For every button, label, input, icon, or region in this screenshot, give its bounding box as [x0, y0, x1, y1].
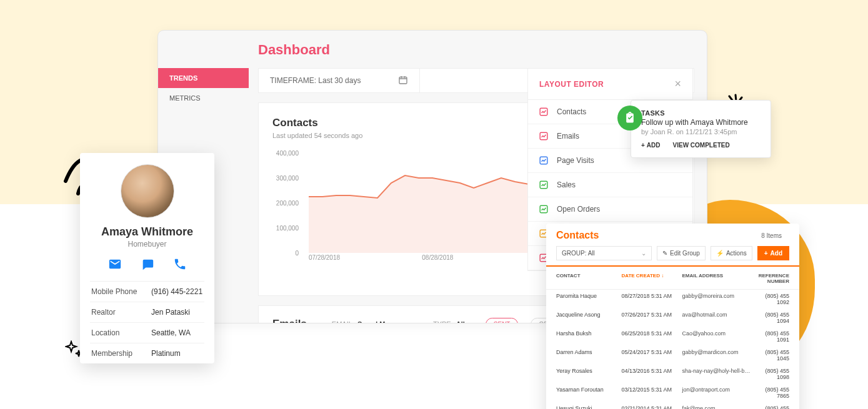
table-row[interactable]: Darren Adams05/24/2017 5:31 AMgabby@mard…	[546, 346, 799, 365]
layout-item[interactable]: Open Orders	[528, 197, 692, 222]
contact-card: Amaya Whitmore Homebuyer Mobile Phone(91…	[80, 153, 214, 363]
cell-date: 05/24/2017 5:31 AM	[621, 349, 682, 362]
add-button[interactable]: +Add	[757, 246, 789, 260]
cell-date: 07/26/2017 5:31 AM	[621, 312, 682, 324]
tab-trends[interactable]: TRENDS	[158, 68, 249, 88]
tasks-followup: Follow up with Amaya Whitmore	[641, 118, 761, 127]
contact-name: Amaya Whitmore	[90, 225, 204, 239]
cell-date: 06/25/2018 5:31 AM	[621, 330, 682, 343]
chat-icon[interactable]	[141, 257, 154, 273]
table-row[interactable]: Paromita Haque08/27/2018 5:31 AMgabby@mo…	[546, 290, 799, 308]
table-header: CONTACT DATE CREATED ↓ EMAIL ADDRESS REF…	[546, 267, 799, 290]
timeframe-selector[interactable]: TIMEFRAME: Last 30 days	[259, 69, 420, 92]
chart-line-icon	[539, 107, 548, 116]
group-selector[interactable]: GROUP: All ⌄	[556, 246, 652, 260]
detail-row: Mobile Phone(916) 445-2221	[90, 281, 204, 302]
cell-contact: Uesugi Suzuki	[556, 405, 621, 409]
tab-sent[interactable]: SENT	[486, 318, 519, 324]
email-filter[interactable]: EMAIL: Saved Messages ⌄	[332, 320, 421, 323]
cell-ref: (805) 455 1098	[752, 368, 789, 380]
detail-value: (916) 445-2221	[151, 287, 202, 296]
table-row[interactable]: Harsha Buksh06/25/2018 5:31 AMCao@yahoo.…	[546, 327, 799, 346]
detail-value: Platinum	[151, 349, 181, 358]
tasks-view-completed[interactable]: VIEW COMPLETED	[673, 142, 730, 149]
timeframe-value: Last 30 days	[318, 76, 361, 85]
contact-role: Homebuyer	[90, 240, 204, 249]
layout-item-label: Contacts	[557, 107, 586, 116]
y-tick: 300,000	[276, 175, 299, 182]
header-date-created[interactable]: DATE CREATED ↓	[621, 273, 682, 284]
chart-line-icon	[539, 156, 548, 165]
cell-email: gabby@moreira.com	[682, 293, 752, 305]
tasks-badge-icon	[617, 106, 642, 131]
actions-button[interactable]: ⚡Actions	[711, 246, 752, 260]
cell-ref: (805) 455 1091	[752, 330, 789, 343]
cell-ref: (805) 455 7865	[752, 387, 789, 399]
detail-row: MembershipPlatinum	[90, 343, 204, 363]
contacts-count: 8 Items	[761, 232, 782, 239]
tasks-popup: TASKS Follow up with Amaya Whitmore by J…	[631, 100, 771, 158]
layout-item-label: Emails	[557, 132, 579, 140]
y-tick: 400,000	[276, 150, 299, 157]
detail-label: Location	[91, 328, 151, 337]
chart-line-icon	[539, 180, 548, 189]
edit-group-button[interactable]: ✎Edit Group	[657, 246, 706, 260]
y-tick: 200,000	[276, 200, 299, 207]
cell-ref: (805) 455 1094	[752, 312, 789, 324]
detail-value: Seattle, WA	[151, 328, 191, 337]
plus-icon: +	[641, 142, 645, 149]
cell-email: ava@hotmail.com	[682, 312, 752, 324]
chevron-down-icon: ⌄	[468, 321, 473, 324]
header-email[interactable]: EMAIL ADDRESS	[682, 273, 752, 284]
table-row[interactable]: Jacqueline Asong07/26/2017 5:31 AMava@ho…	[546, 308, 799, 327]
header-contact[interactable]: CONTACT	[556, 273, 621, 284]
sort-arrow-icon: ↓	[661, 273, 664, 278]
cell-date: 04/13/2016 5:31 AM	[621, 368, 682, 380]
plus-icon: +	[764, 250, 768, 257]
cell-date: 03/12/2015 5:31 AM	[621, 387, 682, 399]
cell-email: fak@me.com	[682, 405, 752, 409]
chart-line-icon	[539, 132, 548, 140]
group-value: All	[588, 250, 595, 257]
svg-rect-0	[399, 77, 407, 84]
detail-label: Mobile Phone	[91, 287, 151, 296]
avatar	[121, 164, 174, 218]
email-filter-value: Saved Messages	[357, 320, 412, 323]
x-tick: 08/28/2018	[422, 254, 453, 265]
cell-contact: Yasaman Foroutan	[556, 387, 621, 399]
cell-date: 02/21/2014 5:31 AM	[621, 405, 682, 409]
table-row[interactable]: Uesugi Suzuki02/21/2014 5:31 AMfak@me.co…	[546, 402, 799, 409]
layout-editor-title: LAYOUT EDITOR	[539, 80, 604, 89]
email-icon[interactable]	[108, 257, 122, 273]
cell-email: jon@ontraport.com	[682, 387, 752, 399]
detail-label: Membership	[91, 349, 151, 358]
chart-line-icon	[539, 205, 548, 214]
cell-contact: Yeray Rosales	[556, 368, 621, 380]
calendar-icon[interactable]	[398, 75, 408, 87]
group-label: GROUP:	[562, 250, 586, 257]
layout-item-label: Open Orders	[557, 205, 600, 214]
cell-ref: (805) 455 1045	[752, 349, 789, 362]
table-row[interactable]: Yasaman Foroutan03/12/2015 5:31 AMjon@on…	[546, 383, 799, 402]
cell-ref: (805) 455 1092	[752, 293, 789, 305]
table-row[interactable]: Yeray Rosales04/13/2016 5:31 AMsha-nay-n…	[546, 365, 799, 383]
detail-label: Realtor	[91, 308, 151, 317]
detail-row: LocationSeattle, WA	[90, 322, 204, 343]
bolt-icon: ⚡	[716, 250, 724, 257]
page-title: Dashboard	[158, 31, 707, 67]
tab-metrics[interactable]: METRICS	[158, 88, 249, 108]
tasks-title: TASKS	[641, 109, 761, 117]
cell-contact: Paromita Haque	[556, 293, 621, 305]
pencil-icon: ✎	[662, 250, 667, 257]
chevron-down-icon: ⌄	[416, 321, 421, 324]
layout-item[interactable]: Sales	[528, 173, 692, 197]
cell-contact: Darren Adams	[556, 349, 621, 362]
type-filter[interactable]: TYPE: All ⌄	[433, 320, 473, 323]
phone-icon[interactable]	[173, 257, 187, 273]
emails-title: Emails	[272, 318, 307, 323]
close-icon[interactable]: ×	[674, 77, 681, 91]
tasks-add-button[interactable]: +ADD	[641, 142, 661, 149]
cell-email: sha-nay-nay@holy-hell-batm	[682, 368, 752, 380]
layout-item-label: Page Visits	[557, 156, 594, 165]
header-reference[interactable]: REFERENCE NUMBER	[752, 273, 789, 284]
